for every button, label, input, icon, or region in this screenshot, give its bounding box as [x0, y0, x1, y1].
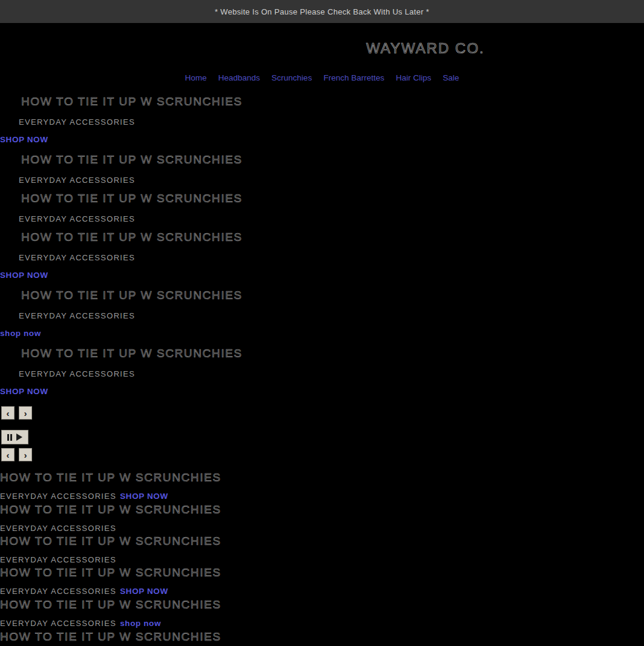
pause-play-button[interactable]: [1, 430, 28, 444]
item-heading: HOW TO TIE IT UP W SCRUNCHIES: [0, 631, 644, 642]
nav-item-headbands[interactable]: Headbands: [218, 73, 260, 82]
chevron-right-icon: ›: [24, 409, 27, 418]
slide-subheading: EVERYDAY ACCESSORIES: [19, 370, 644, 378]
shop-now-link[interactable]: SHOP NOW: [0, 136, 48, 144]
item-heading: HOW TO TIE IT UP W SCRUNCHIES: [0, 504, 644, 515]
next-slide-button[interactable]: ›: [19, 448, 32, 461]
slide-subheading: EVERYDAY ACCESSORIES: [19, 176, 644, 184]
nav-item-sale[interactable]: Sale: [442, 73, 459, 82]
shop-now-link[interactable]: SHOP NOW: [0, 387, 48, 396]
pause-banner: * Website Is On Pause Please Check Back …: [0, 0, 644, 23]
slide-subheading: EVERYDAY ACCESSORIES: [19, 118, 644, 126]
item-subheading: EVERYDAY ACCESSORIES: [0, 524, 116, 532]
shop-now-link[interactable]: SHOP NOW: [120, 587, 168, 596]
main-nav: Home Headbands Scrunchies French Barrett…: [0, 73, 644, 82]
list-item: HOW TO TIE IT UP W SCRUNCHIES EVERYDAY A…: [0, 536, 644, 564]
slide-heading: HOW TO TIE IT UP W SCRUNCHIES: [21, 96, 644, 107]
pause-banner-text: * Website Is On Pause Please Check Back …: [215, 7, 429, 16]
shop-now-link[interactable]: shop now: [0, 329, 41, 338]
slide-subheading: EVERYDAY ACCESSORIES: [19, 254, 644, 262]
slide-subheading: EVERYDAY ACCESSORIES: [19, 312, 644, 320]
slide-heading: HOW TO TIE IT UP W SCRUNCHIES: [21, 232, 644, 242]
prev-slide-button[interactable]: ‹: [1, 448, 15, 461]
play-icon: [16, 433, 22, 441]
chevron-left-icon: ‹: [7, 409, 10, 418]
shop-now-link[interactable]: SHOP NOW: [120, 492, 168, 501]
slide: HOW TO TIE IT UP W SCRUNCHIES EVERYDAY A…: [0, 348, 644, 397]
item-heading: HOW TO TIE IT UP W SCRUNCHIES: [0, 536, 644, 546]
slide: HOW TO TIE IT UP W SCRUNCHIES EVERYDAY A…: [0, 193, 644, 223]
pause-icon: [7, 434, 12, 441]
item-subheading: EVERYDAY ACCESSORIES: [0, 556, 116, 564]
list-item: HOW TO TIE IT UP W SCRUNCHIES EVERYDAY A…: [0, 472, 644, 501]
chevron-left-icon: ‹: [7, 450, 10, 460]
slide-text-listing: HOW TO TIE IT UP W SCRUNCHIES EVERYDAY A…: [0, 472, 644, 646]
nav-item-scrunchies[interactable]: Scrunchies: [272, 73, 312, 82]
list-item: HOW TO TIE IT UP W SCRUNCHIES EVERYDAY A…: [0, 567, 644, 596]
slide: HOW TO TIE IT UP W SCRUNCHIES EVERYDAY A…: [0, 290, 644, 338]
item-subheading: EVERYDAY ACCESSORIES: [0, 492, 116, 500]
chevron-right-icon: ›: [24, 450, 27, 460]
slideshow-controls: ‹ › ‹ ›: [1, 406, 644, 461]
slide-subheading: EVERYDAY ACCESSORIES: [19, 215, 644, 223]
shop-now-link[interactable]: SHOP NOW: [0, 271, 48, 280]
list-item: HOW TO TIE IT UP W SCRUNCHIES EVERYDAY A…: [0, 599, 644, 628]
nav-item-hair-clips[interactable]: Hair Clips: [396, 73, 432, 82]
slide-heading: HOW TO TIE IT UP W SCRUNCHIES: [21, 290, 644, 300]
list-item: HOW TO TIE IT UP W SCRUNCHIES EVERYDAY A…: [0, 631, 644, 646]
item-heading: HOW TO TIE IT UP W SCRUNCHIES: [0, 567, 644, 578]
prev-slide-button[interactable]: ‹: [1, 406, 15, 420]
item-subheading: EVERYDAY ACCESSORIES: [0, 587, 116, 595]
shop-now-link[interactable]: shop now: [120, 619, 161, 628]
nav-item-french-barrettes[interactable]: French Barrettes: [323, 73, 384, 82]
item-subheading: EVERYDAY ACCESSORIES: [0, 619, 116, 627]
list-item: HOW TO TIE IT UP W SCRUNCHIES EVERYDAY A…: [0, 504, 644, 532]
hero-slideshow: HOW TO TIE IT UP W SCRUNCHIES EVERYDAY A…: [0, 96, 644, 461]
slide-heading: HOW TO TIE IT UP W SCRUNCHIES: [21, 348, 644, 358]
slide: HOW TO TIE IT UP W SCRUNCHIES EVERYDAY A…: [0, 232, 644, 280]
item-heading: HOW TO TIE IT UP W SCRUNCHIES: [0, 472, 644, 483]
slide: HOW TO TIE IT UP W SCRUNCHIES EVERYDAY A…: [0, 154, 644, 184]
next-slide-button[interactable]: ›: [19, 406, 32, 420]
slide-heading: HOW TO TIE IT UP W SCRUNCHIES: [21, 193, 644, 203]
store-logo[interactable]: WAYWARD CO.: [366, 39, 644, 58]
slide: HOW TO TIE IT UP W SCRUNCHIES EVERYDAY A…: [0, 96, 644, 145]
nav-item-home[interactable]: Home: [185, 73, 207, 82]
item-heading: HOW TO TIE IT UP W SCRUNCHIES: [0, 599, 644, 610]
slide-heading: HOW TO TIE IT UP W SCRUNCHIES: [21, 154, 644, 165]
